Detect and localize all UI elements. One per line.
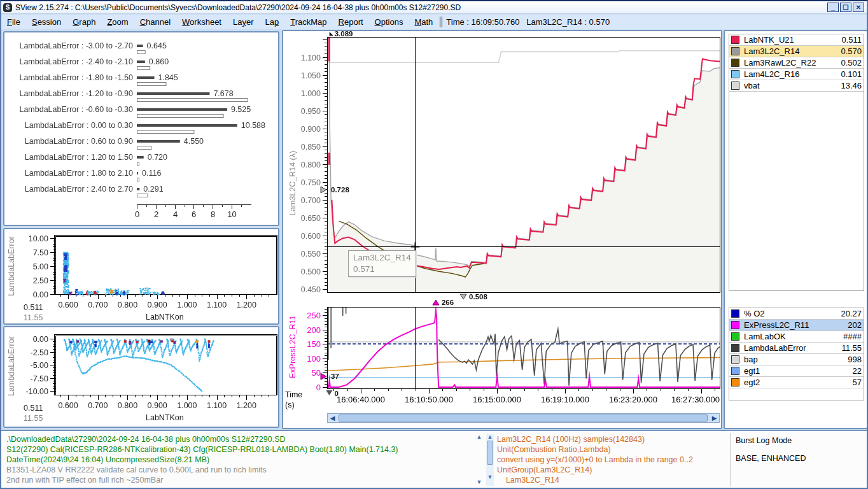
- channel-color-swatch: [731, 355, 739, 364]
- scroll-thumb[interactable]: [339, 415, 708, 422]
- bottom-divider: [731, 433, 731, 486]
- menu-file[interactable]: File: [1, 16, 26, 28]
- file-info-line: S12(27290) Cal(RICESP-RR286-NTKcalibrati…: [6, 445, 398, 454]
- channel-color-swatch: [731, 378, 739, 386]
- scatter-top-xlabel: LabNTKon: [146, 313, 184, 322]
- histogram-canvas[interactable]: [4, 32, 278, 225]
- channel-row-empty[interactable]: [729, 388, 864, 400]
- chart-area-panel: Lam3L2C_R14 (λ) ExPressL2C_R11 Time (s) …: [282, 30, 722, 429]
- file-info-line: 2nd run with TIP effect on full rich ~25…: [6, 476, 163, 485]
- menu-math[interactable]: Math: [409, 16, 438, 28]
- window-title: SView 2.15.274 : C:\Users\Public\Documen…: [15, 3, 461, 12]
- menu-worksheet[interactable]: Worksheet: [176, 16, 227, 28]
- legend-top: LabNTK_U210.511Lam3L2C_R140.570Lam3RawL2…: [729, 34, 864, 291]
- main-chart-ylabel: Lam3L2C_R14 (λ): [288, 151, 297, 216]
- scroll-right-arrow[interactable]: ▶: [710, 414, 719, 422]
- menu-trackmap[interactable]: TrackMap: [284, 16, 332, 28]
- close-button[interactable]: ✕: [853, 3, 864, 12]
- time-scrollbar[interactable]: ◀ ▶: [327, 413, 720, 423]
- channel-row-lamlabok[interactable]: LamLabOK####: [729, 331, 864, 343]
- restore-button[interactable]: ❏: [840, 3, 851, 12]
- bottom-info-bar: .\DownloadedData\27290\2024-09-24 16-04-…: [1, 430, 867, 488]
- scatter-top-corner-value-1: 0.511: [24, 303, 43, 312]
- channel-row-bap[interactable]: bap998: [729, 354, 864, 365]
- channel-value: ####: [843, 332, 862, 341]
- channel-name: LambdaLabError: [744, 343, 841, 353]
- time-axis-label-1: Time: [285, 390, 302, 399]
- channel-value: 57: [853, 378, 862, 387]
- channel-row-egt1[interactable]: egt122: [729, 365, 864, 377]
- menu-bar: FileSessionGraphZoomChannelWorksheetLaye…: [1, 15, 867, 29]
- channel-name: egt1: [744, 366, 853, 376]
- log-mode-flags: BASE, ENHANCED: [736, 454, 806, 463]
- file-scroll-up-icon[interactable]: ▲: [475, 434, 483, 441]
- channel-name: Lam4L2C_R16: [744, 69, 841, 79]
- channel-row-lam3l2c-r14[interactable]: Lam3L2C_R140.570: [729, 46, 864, 57]
- burst-log-mode: Burst Log Mode: [736, 436, 792, 445]
- scatter-bottom-canvas[interactable]: [4, 327, 278, 427]
- channel-name: vbat: [744, 81, 841, 90]
- channel-row-lam4l2c-r16[interactable]: Lam4L2C_R160.101: [729, 69, 864, 80]
- channel-row-vbat[interactable]: vbat13.46: [729, 80, 864, 92]
- scroll-left-arrow[interactable]: ◀: [328, 414, 337, 422]
- menu-graph[interactable]: Graph: [67, 16, 101, 28]
- file-scroll-down-icon[interactable]: ▼: [475, 479, 483, 486]
- scatter-bottom-corner-value-2: 11.55: [24, 414, 43, 423]
- channel-value: 0.101: [841, 69, 862, 79]
- channel-name: bap: [744, 355, 848, 364]
- channel-scroll-down-icon[interactable]: ▼: [486, 474, 494, 481]
- channel-value: 13.46: [841, 81, 862, 90]
- channel-color-swatch: [731, 36, 739, 44]
- main-chart-canvas[interactable]: [283, 31, 721, 428]
- channel-scroll-up-icon[interactable]: ▲: [486, 434, 494, 441]
- scatter-top-canvas[interactable]: [4, 229, 278, 323]
- channel-row--o2[interactable]: % O220.27: [729, 308, 864, 320]
- channel-value: 0.511: [841, 35, 862, 45]
- channel-info-line: Lam3L2C_R14: [497, 476, 559, 485]
- channel-row-expressl2c-r11[interactable]: ExPressL2C_R11202: [729, 320, 864, 331]
- channel-row-empty[interactable]: [729, 92, 864, 103]
- time-axis-label-2: (s): [285, 400, 295, 409]
- channel-value: 0.502: [841, 58, 862, 67]
- menu-channel[interactable]: Channel: [134, 16, 176, 28]
- channel-scroll-thumb[interactable]: [487, 441, 493, 465]
- channel-info-scrollbar[interactable]: ▲ ▼: [486, 434, 494, 486]
- scatter-bottom-panel: LambdaLabError 0.511 11.55 LabNTKon: [3, 326, 279, 428]
- channel-value: 202: [848, 320, 862, 330]
- channel-color-swatch: [731, 321, 739, 329]
- menu-report[interactable]: Report: [333, 16, 369, 28]
- scatter-top-ylabel: LambdaLabError: [7, 236, 16, 296]
- title-bar: S SView 2.15.274 : C:\Users\Public\Docum…: [1, 1, 867, 14]
- channel-info-line: Lam3L2C_R14 (100Hz) samples(142843): [497, 435, 645, 444]
- channel-name: Lam3L2C_R14: [744, 46, 841, 56]
- histogram-panel: [3, 31, 279, 226]
- channel-row-lam3rawl2c-r22[interactable]: Lam3RawL2C_R220.502: [729, 57, 864, 69]
- menu-zoom[interactable]: Zoom: [101, 16, 134, 28]
- menu-layer[interactable]: Layer: [227, 16, 260, 28]
- channel-info-line: Unit(Combustion Ratio,Lambda): [497, 445, 611, 454]
- channel-row-egt2[interactable]: egt257: [729, 377, 864, 388]
- menu-session[interactable]: Session: [26, 16, 67, 28]
- channel-color-swatch: [731, 59, 739, 67]
- scatter-top-corner-value-2: 11.55: [24, 313, 43, 322]
- file-info-line: B1351-LZA08 V RR2222 validate cal curve …: [6, 465, 267, 474]
- tooltip-channel: Lam3L2C_R14: [353, 252, 411, 264]
- channel-row-lambdalaberror[interactable]: LambdaLabError11.55: [729, 343, 864, 354]
- legend-bottom: % O220.27ExPressL2C_R11202LamLabOK####La…: [729, 308, 864, 400]
- scatter-bottom-corner-value-1: 0.511: [24, 404, 43, 413]
- menu-options[interactable]: Options: [369, 16, 409, 28]
- tooltip-value: 0.571: [353, 264, 411, 275]
- channel-value: 998: [848, 355, 862, 364]
- file-info-scrollbar[interactable]: ▲ ▼: [475, 434, 483, 486]
- channel-value: 22: [853, 366, 862, 376]
- value-tooltip: Lam3L2C_R14 0.571: [348, 250, 416, 277]
- channel-color-swatch: [731, 82, 739, 90]
- channel-row-labntk-u21[interactable]: LabNTK_U210.511: [729, 34, 864, 46]
- cursor-status: Time : 16:09:50.760 Lam3L2C_R14 : 0.570: [446, 17, 610, 27]
- channel-color-swatch: [731, 47, 739, 55]
- channel-name: LamLabOK: [744, 332, 843, 341]
- minimize-button[interactable]: _: [827, 3, 839, 12]
- menu-lap[interactable]: Lap: [260, 16, 285, 28]
- channel-name: ExPressL2C_R11: [744, 320, 848, 330]
- scatter-bottom-xlabel: LabNTKon: [146, 413, 184, 422]
